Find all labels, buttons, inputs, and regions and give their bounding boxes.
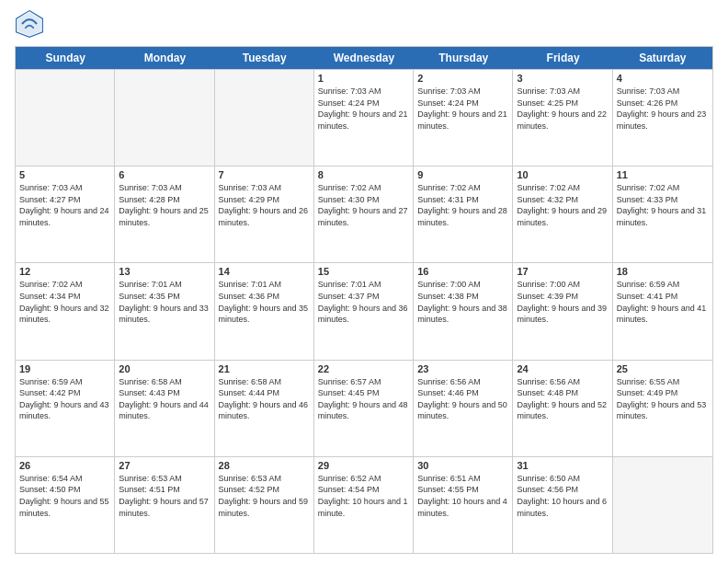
day-info: Sunrise: 7:02 AMSunset: 4:34 PMDaylight:… [19,279,110,325]
day-number: 20 [119,363,210,374]
day-number: 18 [617,266,709,277]
day-cell-28: 28Sunrise: 6:53 AMSunset: 4:52 PMDayligh… [215,457,314,553]
day-cell-7: 7Sunrise: 7:03 AMSunset: 4:29 PMDaylight… [215,167,314,262]
day-number: 24 [517,363,608,374]
day-info: Sunrise: 6:53 AMSunset: 4:52 PMDaylight:… [219,473,310,519]
week-row-3: 12Sunrise: 7:02 AMSunset: 4:34 PMDayligh… [16,262,712,359]
day-cell-1: 1Sunrise: 7:03 AMSunset: 4:24 PMDaylight… [314,70,414,166]
day-info: Sunrise: 7:03 AMSunset: 4:24 PMDaylight:… [318,86,409,132]
day-info: Sunrise: 6:58 AMSunset: 4:43 PMDaylight:… [119,376,210,422]
day-cell-5: 5Sunrise: 7:03 AMSunset: 4:27 PMDaylight… [16,167,115,262]
day-number: 30 [417,460,508,471]
day-info: Sunrise: 7:01 AMSunset: 4:37 PMDaylight:… [318,279,409,325]
day-number: 5 [19,169,110,180]
weekday-header-wednesday: Wednesday [314,47,414,69]
day-info: Sunrise: 6:57 AMSunset: 4:45 PMDaylight:… [318,376,409,422]
day-number: 4 [617,73,709,84]
day-number: 9 [417,169,508,180]
day-cell-31: 31Sunrise: 6:50 AMSunset: 4:56 PMDayligh… [513,457,612,553]
week-row-4: 19Sunrise: 6:59 AMSunset: 4:42 PMDayligh… [16,360,712,456]
day-info: Sunrise: 6:56 AMSunset: 4:46 PMDaylight:… [417,376,508,422]
day-number: 15 [318,266,409,277]
day-info: Sunrise: 7:01 AMSunset: 4:35 PMDaylight:… [119,279,210,325]
day-number: 1 [318,73,409,84]
day-cell-21: 21Sunrise: 6:58 AMSunset: 4:44 PMDayligh… [215,361,314,456]
day-cell-2: 2Sunrise: 7:03 AMSunset: 4:24 PMDaylight… [414,70,513,166]
empty-cell [613,457,712,553]
day-number: 11 [617,169,709,180]
day-number: 25 [617,363,709,374]
day-info: Sunrise: 6:54 AMSunset: 4:50 PMDaylight:… [19,473,110,519]
calendar-header: SundayMondayTuesdayWednesdayThursdayFrid… [16,47,712,69]
day-cell-22: 22Sunrise: 6:57 AMSunset: 4:45 PMDayligh… [314,361,414,456]
day-info: Sunrise: 7:00 AMSunset: 4:39 PMDaylight:… [517,279,608,325]
weekday-header-saturday: Saturday [613,47,712,69]
day-number: 27 [119,460,210,471]
day-number: 17 [517,266,608,277]
calendar: SundayMondayTuesdayWednesdayThursdayFrid… [15,46,713,554]
day-info: Sunrise: 7:03 AMSunset: 4:26 PMDaylight:… [617,86,709,132]
day-cell-6: 6Sunrise: 7:03 AMSunset: 4:28 PMDaylight… [115,167,214,262]
day-number: 31 [517,460,608,471]
day-info: Sunrise: 6:52 AMSunset: 4:54 PMDaylight:… [318,473,409,519]
day-number: 13 [119,266,210,277]
day-number: 7 [219,169,310,180]
weekday-header-tuesday: Tuesday [215,47,314,69]
day-number: 2 [417,73,508,84]
day-cell-18: 18Sunrise: 6:59 AMSunset: 4:41 PMDayligh… [613,263,712,359]
weekday-header-monday: Monday [115,47,214,69]
day-info: Sunrise: 7:01 AMSunset: 4:36 PMDaylight:… [219,279,310,325]
week-row-2: 5Sunrise: 7:03 AMSunset: 4:27 PMDaylight… [16,166,712,262]
day-number: 3 [517,73,608,84]
day-info: Sunrise: 6:50 AMSunset: 4:56 PMDaylight:… [517,473,608,519]
day-cell-12: 12Sunrise: 7:02 AMSunset: 4:34 PMDayligh… [16,263,115,359]
day-info: Sunrise: 7:02 AMSunset: 4:30 PMDaylight:… [318,182,409,228]
day-info: Sunrise: 7:00 AMSunset: 4:38 PMDaylight:… [417,279,508,325]
day-number: 8 [318,169,409,180]
weekday-header-friday: Friday [513,47,612,69]
logo [15,9,50,39]
day-cell-15: 15Sunrise: 7:01 AMSunset: 4:37 PMDayligh… [314,263,414,359]
empty-cell [115,70,214,166]
day-info: Sunrise: 7:02 AMSunset: 4:32 PMDaylight:… [517,182,608,228]
empty-cell [16,70,115,166]
day-cell-11: 11Sunrise: 7:02 AMSunset: 4:33 PMDayligh… [613,167,712,262]
day-info: Sunrise: 7:02 AMSunset: 4:31 PMDaylight:… [417,182,508,228]
day-info: Sunrise: 6:59 AMSunset: 4:42 PMDaylight:… [19,376,110,422]
week-row-1: 1Sunrise: 7:03 AMSunset: 4:24 PMDaylight… [16,69,712,166]
day-cell-14: 14Sunrise: 7:01 AMSunset: 4:36 PMDayligh… [215,263,314,359]
day-cell-10: 10Sunrise: 7:02 AMSunset: 4:32 PMDayligh… [513,167,612,262]
day-info: Sunrise: 6:51 AMSunset: 4:55 PMDaylight:… [417,473,508,519]
day-cell-17: 17Sunrise: 7:00 AMSunset: 4:39 PMDayligh… [513,263,612,359]
day-number: 23 [417,363,508,374]
day-cell-13: 13Sunrise: 7:01 AMSunset: 4:35 PMDayligh… [115,263,214,359]
day-info: Sunrise: 7:03 AMSunset: 4:28 PMDaylight:… [119,182,210,228]
day-info: Sunrise: 7:03 AMSunset: 4:24 PMDaylight:… [417,86,508,132]
day-cell-26: 26Sunrise: 6:54 AMSunset: 4:50 PMDayligh… [16,457,115,553]
day-cell-30: 30Sunrise: 6:51 AMSunset: 4:55 PMDayligh… [414,457,513,553]
day-number: 16 [417,266,508,277]
day-info: Sunrise: 7:03 AMSunset: 4:27 PMDaylight:… [19,182,110,228]
logo-icon [15,9,44,39]
day-number: 22 [318,363,409,374]
day-cell-24: 24Sunrise: 6:56 AMSunset: 4:48 PMDayligh… [513,361,612,456]
day-number: 14 [219,266,310,277]
day-info: Sunrise: 6:59 AMSunset: 4:41 PMDaylight:… [617,279,709,325]
day-number: 26 [19,460,110,471]
day-cell-16: 16Sunrise: 7:00 AMSunset: 4:38 PMDayligh… [414,263,513,359]
day-info: Sunrise: 7:03 AMSunset: 4:29 PMDaylight:… [219,182,310,228]
day-info: Sunrise: 6:58 AMSunset: 4:44 PMDaylight:… [219,376,310,422]
weekday-header-thursday: Thursday [414,47,513,69]
day-cell-8: 8Sunrise: 7:02 AMSunset: 4:30 PMDaylight… [314,167,414,262]
day-cell-29: 29Sunrise: 6:52 AMSunset: 4:54 PMDayligh… [314,457,414,553]
day-cell-19: 19Sunrise: 6:59 AMSunset: 4:42 PMDayligh… [16,361,115,456]
day-cell-27: 27Sunrise: 6:53 AMSunset: 4:51 PMDayligh… [115,457,214,553]
day-info: Sunrise: 6:55 AMSunset: 4:49 PMDaylight:… [617,376,709,422]
day-number: 28 [219,460,310,471]
day-number: 6 [119,169,210,180]
day-number: 19 [19,363,110,374]
day-number: 12 [19,266,110,277]
day-number: 29 [318,460,409,471]
day-number: 21 [219,363,310,374]
day-info: Sunrise: 7:02 AMSunset: 4:33 PMDaylight:… [617,182,709,228]
